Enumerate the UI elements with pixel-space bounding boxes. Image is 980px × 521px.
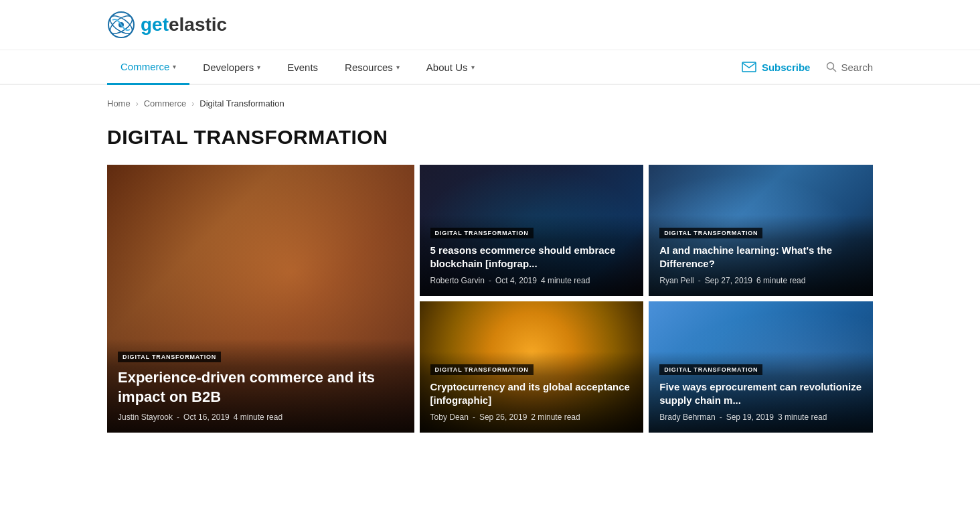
article-card-crypto[interactable]: DIGITAL TRANSFORMATION Cryptocurrency an… xyxy=(420,301,644,433)
date: Oct 16, 2019 xyxy=(183,413,230,422)
card-title: Experience-driven commerce and its impac… xyxy=(118,368,404,407)
author: Brady Behrman xyxy=(659,413,715,422)
svg-line-6 xyxy=(833,69,837,72)
svg-point-5 xyxy=(827,63,834,70)
search-button[interactable]: Search xyxy=(826,62,873,73)
date: Sep 26, 2019 xyxy=(479,413,527,422)
card-overlay: DIGITAL TRANSFORMATION 5 reasons ecommer… xyxy=(420,215,644,297)
card-meta: Toby Dean - Sep 26, 2019 2 minute read xyxy=(430,413,633,422)
card-overlay: DIGITAL TRANSFORMATION Cryptocurrency an… xyxy=(420,352,644,433)
card-title: 5 reasons ecommerce should embrace block… xyxy=(430,244,633,271)
svg-rect-4 xyxy=(742,62,756,72)
author: Justin Stayrook xyxy=(118,413,173,422)
author: Ryan Pell xyxy=(659,276,693,285)
article-card-featured[interactable]: DIGITAL TRANSFORMATION Experience-driven… xyxy=(107,165,414,433)
date: Sep 27, 2019 xyxy=(705,276,752,285)
date: Oct 4, 2019 xyxy=(495,276,537,285)
card-overlay: DIGITAL TRANSFORMATION AI and machine le… xyxy=(649,215,873,297)
date: Sep 19, 2019 xyxy=(726,413,774,422)
nav-item-commerce[interactable]: Commerce ▾ xyxy=(107,50,189,85)
author: Toby Dean xyxy=(430,413,469,422)
breadcrumb-commerce[interactable]: Commerce xyxy=(144,98,187,108)
article-card-ai[interactable]: DIGITAL TRANSFORMATION AI and machine le… xyxy=(649,165,873,296)
nav-item-events[interactable]: Events xyxy=(274,51,331,84)
card-meta: Justin Stayrook - Oct 16, 2019 4 minute … xyxy=(118,413,404,422)
chevron-down-icon: ▾ xyxy=(173,63,176,70)
page-title-section: DIGITAL TRANSFORMATION xyxy=(0,115,980,165)
logo[interactable]: getelastic xyxy=(107,11,227,39)
card-tag: DIGITAL TRANSFORMATION xyxy=(430,364,534,375)
header: getelastic xyxy=(0,0,980,50)
articles-grid: DIGITAL TRANSFORMATION Experience-driven… xyxy=(0,165,980,459)
card-title: AI and machine learning: What's the Diff… xyxy=(659,244,862,271)
read-time: 4 minute read xyxy=(541,276,590,285)
logo-icon xyxy=(107,11,135,39)
breadcrumb: Home › Commerce › Digital Transformation xyxy=(0,85,980,115)
article-card-blockchain[interactable]: DIGITAL TRANSFORMATION 5 reasons ecommer… xyxy=(420,165,644,296)
author: Roberto Garvin xyxy=(430,276,485,285)
card-tag: DIGITAL TRANSFORMATION xyxy=(659,228,762,238)
breadcrumb-sep2: › xyxy=(191,99,194,108)
breadcrumb-sep: › xyxy=(136,99,139,108)
card-overlay: DIGITAL TRANSFORMATION Five ways eprocur… xyxy=(649,352,873,433)
card-overlay: DIGITAL TRANSFORMATION Experience-driven… xyxy=(107,339,414,433)
read-time: 2 minute read xyxy=(531,413,580,422)
email-icon xyxy=(742,62,756,72)
read-time: 3 minute read xyxy=(778,413,827,422)
subscribe-button[interactable]: Subscribe xyxy=(742,62,811,73)
breadcrumb-home[interactable]: Home xyxy=(107,98,131,108)
read-time: 6 minute read xyxy=(756,276,805,285)
nav-item-developers[interactable]: Developers ▾ xyxy=(189,51,274,84)
card-meta: Ryan Pell - Sep 27, 2019 6 minute read xyxy=(659,276,862,285)
main-nav: Commerce ▾ Developers ▾ Events Resources… xyxy=(0,50,980,85)
article-card-supply[interactable]: DIGITAL TRANSFORMATION Five ways eprocur… xyxy=(649,301,873,433)
nav-item-about[interactable]: About Us ▾ xyxy=(413,51,488,84)
card-title: Cryptocurrency and its global acceptance… xyxy=(430,380,633,408)
breadcrumb-current: Digital Transformation xyxy=(199,98,284,108)
nav-item-resources[interactable]: Resources ▾ xyxy=(331,51,413,84)
search-icon xyxy=(826,62,837,72)
chevron-down-icon: ▾ xyxy=(471,64,475,71)
card-meta: Brady Behrman - Sep 19, 2019 3 minute re… xyxy=(659,413,862,422)
card-tag: DIGITAL TRANSFORMATION xyxy=(118,352,221,362)
nav-right: Subscribe Search xyxy=(742,62,873,73)
chevron-down-icon: ▾ xyxy=(257,64,260,71)
card-tag: DIGITAL TRANSFORMATION xyxy=(430,228,534,238)
card-meta: Roberto Garvin - Oct 4, 2019 4 minute re… xyxy=(430,276,633,285)
card-title: Five ways eprocurement can revolutionize… xyxy=(659,380,862,408)
card-tag: DIGITAL TRANSFORMATION xyxy=(659,364,762,375)
logo-text: getelastic xyxy=(141,14,227,35)
read-time: 4 minute read xyxy=(234,413,282,422)
chevron-down-icon: ▾ xyxy=(396,64,400,71)
page-title: DIGITAL TRANSFORMATION xyxy=(107,126,873,149)
